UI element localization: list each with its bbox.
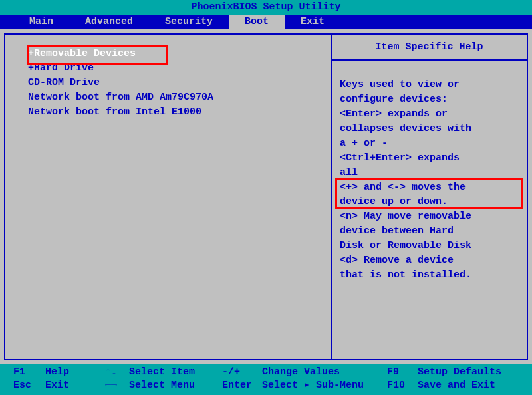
key-f10: F10 [387, 379, 418, 392]
arrows-updown-icon: ↑↓ [105, 366, 129, 379]
help-line: device up or down. [340, 195, 519, 209]
tab-boot[interactable]: Boot [229, 15, 285, 29]
tab-advanced[interactable]: Advanced [69, 15, 149, 29]
key-esc: Esc [13, 379, 45, 392]
title-bar: PhoenixBIOS Setup Utility [0, 0, 532, 15]
boot-item-net-amd[interactable]: Network boot from AMD Am79C970A [28, 90, 324, 105]
help-line: that is not installed. [340, 268, 519, 283]
change-values-label: Change Values [262, 366, 387, 379]
help-line: device between Hard [340, 224, 519, 239]
help-line: <Ctrl+Enter> expands [340, 151, 519, 166]
menu-bar: Main Advanced Security Boot Exit [0, 15, 532, 29]
help-body: Keys used to view or configure devices: … [332, 61, 527, 289]
boot-item-net-intel[interactable]: Network boot from Intel E1000 [28, 105, 324, 120]
help-line: <+> and <-> moves the [340, 180, 519, 195]
key-f1-label: Help [45, 366, 105, 379]
help-line: <n> May move removable [340, 209, 519, 224]
footer-row-2: Esc Exit ←→ Select Menu Enter Select ▸ S… [13, 379, 519, 392]
setup-defaults-label: Setup Defaults [418, 366, 501, 379]
app-title: PhoenixBIOS Setup Utility [191, 1, 340, 13]
tab-security[interactable]: Security [149, 15, 229, 29]
main-area: +Removable Devices +Hard Drive CD-ROM Dr… [0, 29, 532, 364]
key-esc-label: Exit [45, 379, 105, 392]
tab-main[interactable]: Main [13, 15, 69, 29]
help-line: Keys used to view or [340, 78, 519, 92]
save-exit-label: Save and Exit [418, 379, 495, 392]
help-header: Item Specific Help [332, 35, 527, 61]
boot-panel: +Removable Devices +Hard Drive CD-ROM Dr… [4, 33, 331, 360]
help-line: collapses devices with [340, 122, 519, 136]
help-line: Disk or Removable Disk [340, 239, 519, 253]
key-f9: F9 [387, 366, 418, 379]
boot-item-cdrom[interactable]: CD-ROM Drive [28, 76, 324, 90]
help-line: <Enter> expands or [340, 107, 519, 122]
tab-exit[interactable]: Exit [285, 15, 340, 29]
plusminus-key: -/+ [222, 366, 262, 379]
key-f1: F1 [13, 366, 45, 379]
help-panel: Item Specific Help Keys used to view or … [331, 33, 528, 360]
help-line: a + or - [340, 136, 519, 151]
boot-item-harddrive[interactable]: +Hard Drive [28, 61, 324, 76]
key-enter: Enter [222, 379, 262, 392]
footer-row-1: F1 Help ↑↓ Select Item -/+ Change Values… [13, 366, 519, 379]
select-menu-label: Select Menu [129, 379, 222, 392]
select-submenu-label: Select ▸ Sub-Menu [262, 379, 387, 392]
help-line: <d> Remove a device [340, 253, 519, 268]
boot-device-list: +Removable Devices +Hard Drive CD-ROM Dr… [12, 47, 324, 120]
arrows-leftright-icon: ←→ [105, 379, 129, 392]
help-line: all [340, 166, 519, 180]
boot-item-removable[interactable]: +Removable Devices [28, 47, 324, 61]
select-item-label: Select Item [129, 366, 222, 379]
help-line: configure devices: [340, 92, 519, 107]
footer-keys: F1 Help ↑↓ Select Item -/+ Change Values… [0, 364, 532, 395]
